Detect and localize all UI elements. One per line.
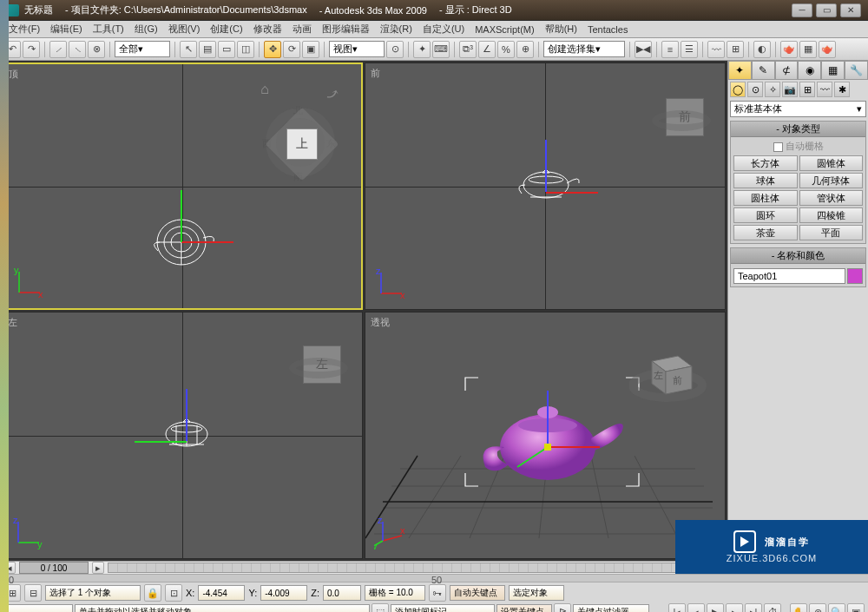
window-crossing-button[interactable]: ◫: [237, 41, 254, 58]
autogrid-checkbox[interactable]: [773, 142, 783, 152]
abs-rel-button[interactable]: ⊡: [165, 584, 182, 602]
vnav-arc-button[interactable]: ⊚: [809, 603, 826, 612]
rollout-header-name-color[interactable]: - 名称和颜色: [731, 248, 865, 264]
selection-filter-combo[interactable]: 全部 ▾: [115, 41, 170, 57]
obj-torus-button[interactable]: 圆环: [733, 207, 798, 223]
cat-shapes[interactable]: ⊙: [747, 82, 763, 97]
key-filter-button[interactable]: 关键点过滤器...: [573, 604, 649, 612]
menu-animation[interactable]: 动画: [287, 21, 317, 37]
menu-graph[interactable]: 图形编辑器: [317, 21, 375, 37]
vnav-maximize-button[interactable]: ▣: [847, 603, 865, 612]
selected-obj-combo[interactable]: 选定对象: [509, 585, 564, 601]
percent-snap-button[interactable]: %: [497, 41, 515, 58]
spinner-snap-button[interactable]: ⊕: [516, 41, 534, 58]
tab-utilities[interactable]: 🔧: [845, 61, 868, 80]
move-button[interactable]: ✥: [264, 41, 281, 58]
gizmo-x-axis[interactable]: [181, 241, 233, 243]
viewcube-top[interactable]: ⌂ ⤻ 北 南 东 西 上: [240, 82, 344, 186]
snap-toggle-button[interactable]: ⧉³: [459, 41, 477, 58]
nav-next-frame-button[interactable]: ▸: [726, 603, 743, 612]
viewcube-face-top[interactable]: 上: [286, 128, 318, 160]
obj-box-button[interactable]: 长方体: [733, 155, 798, 171]
quick-render-button[interactable]: 🫖: [819, 41, 836, 58]
home-icon[interactable]: ⌂: [260, 82, 269, 97]
unlink-button[interactable]: ⟍: [69, 41, 86, 58]
mirror-button[interactable]: ▶◀: [635, 41, 652, 58]
menu-customize[interactable]: 自定义(U): [418, 21, 470, 37]
select-name-button[interactable]: ▤: [199, 41, 216, 58]
menu-create[interactable]: 创建(C): [205, 21, 247, 37]
viewcube-front[interactable]: 前: [666, 98, 704, 136]
pivot-button[interactable]: ⊙: [386, 41, 404, 58]
vnav-zoom-button[interactable]: 🔍: [828, 603, 845, 612]
cat-cameras[interactable]: 📷: [782, 82, 798, 97]
obj-geosphere-button[interactable]: 几何球体: [799, 173, 864, 188]
schematic-view-button[interactable]: ⊞: [727, 41, 744, 58]
lock-selection-button[interactable]: 🔒: [144, 584, 161, 602]
viewcube-left[interactable]: 左: [303, 345, 341, 384]
ref-coord-combo[interactable]: 视图 ▾: [329, 41, 385, 57]
rollout-header-object-type[interactable]: - 对象类型: [731, 122, 865, 137]
lock-axis-button[interactable]: ⊟: [24, 584, 42, 602]
time-slider[interactable]: 0 / 100: [19, 562, 89, 574]
menu-file[interactable]: 文件(F): [3, 21, 45, 37]
minimize-button[interactable]: ─: [792, 3, 812, 17]
key-mode-button[interactable]: 🗝: [429, 584, 446, 602]
nav-goto-end-button[interactable]: ▸|: [745, 603, 762, 612]
time-tag-icon[interactable]: ⬚: [372, 603, 389, 612]
cat-lights[interactable]: ✧: [765, 82, 780, 97]
rotate-button[interactable]: ⟳: [283, 41, 300, 58]
obj-teapot-button[interactable]: 茶壶: [733, 225, 798, 240]
scale-button[interactable]: ▣: [302, 41, 319, 58]
rect-select-button[interactable]: ▭: [218, 41, 235, 58]
z-spinner[interactable]: 0.0: [323, 585, 361, 601]
manipulate-button[interactable]: ✦: [413, 41, 431, 58]
menu-tools[interactable]: 工具(T): [88, 21, 129, 37]
render-fb-button[interactable]: ▦: [799, 41, 817, 58]
viewport-front[interactable]: 前 前 x z: [365, 63, 726, 310]
nav-play-button[interactable]: ▶: [707, 603, 724, 612]
menu-help[interactable]: 帮助(H): [540, 21, 582, 37]
obj-sphere-button[interactable]: 球体: [733, 173, 798, 188]
menu-group[interactable]: 组(G): [129, 21, 163, 37]
time-tag-line[interactable]: 添加时间标记: [391, 604, 495, 612]
tab-modify[interactable]: ✎: [752, 61, 775, 80]
cat-geometry[interactable]: ◯: [730, 82, 746, 97]
bind-button[interactable]: ⊗: [88, 41, 105, 58]
tab-display[interactable]: ▦: [821, 61, 845, 80]
cat-helpers[interactable]: ⊞: [799, 82, 815, 97]
obj-tube-button[interactable]: 管状体: [799, 190, 864, 206]
gizmo-y-axis[interactable]: [135, 441, 187, 443]
cat-systems[interactable]: ✱: [834, 82, 850, 97]
layers-button[interactable]: ☰: [681, 41, 698, 58]
primitive-type-combo[interactable]: 标准基本体▾: [730, 101, 866, 117]
obj-cone-button[interactable]: 圆锥体: [799, 155, 864, 171]
tab-motion[interactable]: ◉: [798, 61, 821, 80]
object-color-swatch[interactable]: [847, 268, 863, 284]
autokey-button[interactable]: 自动关键点: [450, 585, 505, 601]
obj-pyramid-button[interactable]: 四棱锥: [799, 207, 864, 223]
select-button[interactable]: ↖: [180, 41, 197, 58]
menu-maxscript[interactable]: MAXScript(M): [470, 23, 539, 36]
y-spinner[interactable]: -4.009: [260, 585, 307, 601]
viewport-perspective[interactable]: 透视: [365, 312, 726, 559]
obj-cylinder-button[interactable]: 圆柱体: [733, 190, 798, 206]
object-name-input[interactable]: Teapot01: [733, 268, 845, 284]
menu-tentacles[interactable]: Tentacles: [582, 23, 633, 36]
viewport-top[interactable]: 顶 ⌂ ⤻ 北 南 东: [2, 63, 363, 310]
menu-modifiers[interactable]: 修改器: [248, 21, 287, 37]
curve-editor-button[interactable]: 〰: [707, 41, 725, 58]
viewcube-perspective[interactable]: 左 前: [629, 344, 707, 406]
maxscript-mini[interactable]: [3, 604, 73, 612]
align-button[interactable]: ≡: [661, 41, 679, 58]
keyboard-shortcut-button[interactable]: ⌨: [432, 41, 450, 58]
nav-goto-start-button[interactable]: |◂: [668, 603, 686, 612]
maximize-button[interactable]: ▭: [816, 3, 837, 17]
material-editor-button[interactable]: ◐: [753, 41, 771, 58]
link-button[interactable]: ⟋: [49, 41, 67, 58]
rotate-arrow-icon[interactable]: ⤻: [322, 83, 343, 107]
close-button[interactable]: ✕: [840, 3, 861, 17]
obj-plane-button[interactable]: 平面: [799, 225, 864, 240]
render-setup-button[interactable]: 🫖: [780, 41, 798, 58]
gizmo-x-axis[interactable]: [546, 192, 598, 194]
